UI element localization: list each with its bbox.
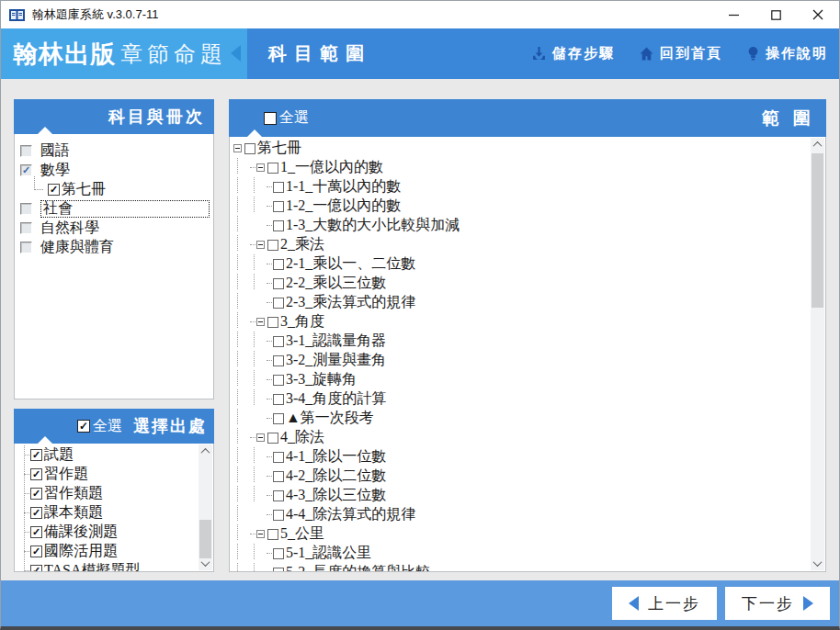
collapse-toggle-icon[interactable] — [256, 530, 265, 538]
tree-node-label[interactable]: 5-1_認識公里 — [286, 544, 371, 563]
checkbox[interactable]: ✓ — [20, 164, 32, 176]
subject-row[interactable]: 健康與體育 — [15, 238, 213, 257]
scroll-thumb[interactable] — [199, 520, 211, 558]
source-label[interactable]: 國際活用題 — [44, 542, 118, 561]
tree-row[interactable]: 5-1_認識公里 — [230, 544, 811, 563]
help-button[interactable]: 操作說明 — [746, 45, 828, 62]
tree-node-label[interactable]: 4-3_除以三位數 — [286, 486, 386, 505]
tree-row[interactable]: 4-1_除以一位數 — [230, 447, 811, 467]
tree-node-label[interactable]: 1-2_一億以內的數 — [286, 197, 401, 216]
tree-row[interactable]: 2_乘法 — [230, 235, 811, 254]
checkbox[interactable] — [273, 298, 284, 309]
tree-row[interactable]: 4_除法 — [230, 428, 811, 447]
checkbox[interactable]: ✓ — [30, 526, 42, 538]
source-row[interactable]: ✓試題 — [15, 445, 199, 465]
tree-row[interactable]: 5-2_長度的換算與比較 — [230, 563, 811, 571]
scroll-thumb[interactable] — [812, 153, 823, 308]
tree-row[interactable]: 3-1_認識量角器 — [230, 332, 811, 351]
tree-node-label[interactable]: 4-2_除以二位數 — [286, 467, 386, 486]
checkbox[interactable] — [267, 163, 278, 174]
collapse-toggle-icon[interactable] — [256, 241, 265, 249]
subject-row[interactable]: ✓數學 — [15, 161, 213, 180]
tree-node-label[interactable]: 2_乘法 — [280, 235, 324, 254]
checkbox[interactable]: ✓ — [30, 449, 42, 461]
subject-row[interactable]: 國語 — [15, 141, 213, 161]
save-steps-button[interactable]: 儲存步驟 — [531, 45, 615, 62]
source-label[interactable]: 試題 — [44, 445, 74, 465]
tree-row[interactable]: 1-3_大數的大小比較與加減 — [230, 216, 811, 235]
source-row[interactable]: ✓習作題 — [15, 465, 199, 484]
sources-scrollbar[interactable] — [199, 444, 212, 570]
checkbox[interactable] — [20, 222, 32, 234]
collapse-toggle-icon[interactable] — [256, 318, 265, 326]
source-label[interactable]: 備課後測題 — [44, 523, 118, 542]
checkbox[interactable]: ✓ — [30, 468, 42, 480]
subject-label[interactable]: 社會 — [40, 200, 210, 218]
tree-node-label[interactable]: 2-2_乘以三位數 — [286, 274, 386, 293]
checkbox[interactable]: ✓ — [48, 184, 60, 196]
checkbox[interactable] — [20, 242, 32, 253]
checkbox[interactable] — [273, 394, 284, 405]
checkbox[interactable] — [273, 220, 284, 231]
tree-row[interactable]: 3-2_測量與畫角 — [230, 351, 811, 370]
checkbox[interactable] — [273, 182, 284, 193]
select-all-checkbox[interactable]: ✓ — [77, 420, 90, 433]
checkbox[interactable] — [267, 529, 278, 540]
tree-row[interactable]: 1-1_十萬以內的數 — [230, 177, 811, 197]
tree-row[interactable]: 2-1_乘以一、二位數 — [230, 254, 811, 274]
checkbox[interactable]: ✓ — [30, 488, 42, 500]
previous-step-button[interactable]: 上一步 — [612, 587, 717, 620]
collapse-toggle-icon[interactable] — [233, 144, 242, 152]
scroll-up-button[interactable] — [199, 444, 212, 458]
scroll-up-button[interactable] — [811, 138, 824, 152]
checkbox[interactable] — [273, 278, 284, 289]
tree-row[interactable]: 3_角度 — [230, 312, 811, 332]
checkbox[interactable]: ✓ — [30, 546, 42, 557]
tree-node-label[interactable]: 3-1_認識量角器 — [286, 332, 386, 351]
checkbox[interactable] — [267, 433, 278, 444]
source-row[interactable]: ✓課本類題 — [15, 503, 199, 523]
checkbox[interactable] — [273, 375, 284, 386]
source-label[interactable]: 習作題 — [44, 465, 88, 484]
subject-label[interactable]: 健康與體育 — [40, 238, 114, 257]
checkbox[interactable] — [273, 490, 284, 501]
tree-row[interactable]: 1-2_一億以內的數 — [230, 197, 811, 216]
source-label[interactable]: TASA模擬題型 — [44, 561, 141, 572]
subject-label[interactable]: 自然科學 — [40, 219, 99, 238]
tree-row[interactable]: 3-4_角度的計算 — [230, 389, 811, 409]
checkbox[interactable]: ✓ — [30, 565, 42, 572]
tree-row[interactable]: 4-2_除以二位數 — [230, 467, 811, 486]
checkbox[interactable] — [20, 145, 32, 157]
tree-node-label[interactable]: 4-1_除以一位數 — [286, 447, 386, 467]
checkbox[interactable] — [244, 143, 255, 154]
checkbox[interactable] — [273, 471, 284, 482]
checkbox[interactable] — [273, 452, 284, 463]
checkbox[interactable] — [273, 201, 284, 212]
tree-row[interactable]: 2-3_乘法算式的規律 — [230, 293, 811, 312]
source-row[interactable]: ✓備課後測題 — [15, 523, 199, 542]
source-row[interactable]: ✓國際活用題 — [15, 542, 199, 561]
tree-node-label[interactable]: 3-2_測量與畫角 — [286, 351, 386, 370]
tree-node-label[interactable]: 第七冊 — [257, 139, 301, 158]
tree-node-label[interactable]: 2-3_乘法算式的規律 — [286, 293, 415, 312]
checkbox[interactable] — [273, 355, 284, 366]
tree-node-label[interactable]: 3-3_旋轉角 — [286, 370, 357, 389]
subject-row[interactable]: 社會 — [15, 199, 213, 219]
tree-node-label[interactable]: 4-4_除法算式的規律 — [286, 505, 415, 524]
subject-row[interactable]: 自然科學 — [15, 219, 213, 238]
minimize-button[interactable] — [712, 1, 755, 28]
collapse-toggle-icon[interactable] — [256, 433, 265, 442]
checkbox[interactable] — [267, 240, 278, 251]
scroll-down-button[interactable] — [811, 557, 824, 570]
checkbox[interactable]: ✓ — [30, 507, 42, 519]
tree-node-label[interactable]: 2-1_乘以一、二位數 — [286, 254, 415, 274]
checkbox[interactable] — [273, 548, 284, 559]
tree-row[interactable]: 2-2_乘以三位數 — [230, 274, 811, 293]
tree-row[interactable]: 5_公里 — [230, 524, 811, 544]
tree-row[interactable]: ▲第一次段考 — [230, 409, 811, 428]
tree-node-label[interactable]: 4_除法 — [280, 428, 324, 447]
tree-node-label[interactable]: 1-1_十萬以內的數 — [286, 177, 401, 197]
collapse-toggle-icon[interactable] — [256, 163, 265, 172]
checkbox[interactable] — [273, 510, 284, 521]
scroll-down-button[interactable] — [199, 557, 212, 570]
